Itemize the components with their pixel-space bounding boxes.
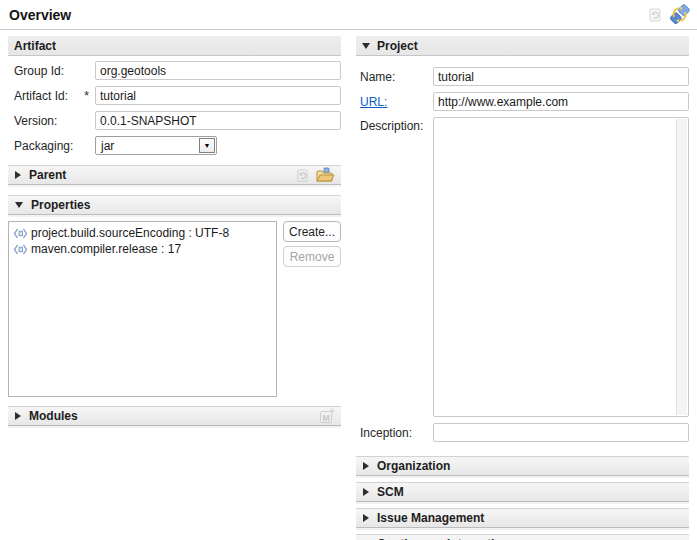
version-label: Version: — [8, 114, 82, 128]
editor-titlebar: Overview — [0, 0, 697, 30]
artifact-section-title: Artifact — [14, 39, 56, 53]
packaging-label: Packaging: — [8, 139, 82, 153]
inception-label: Inception: — [356, 426, 433, 440]
organization-section-title: Organization — [377, 459, 450, 473]
artifact-id-input[interactable] — [95, 86, 341, 105]
right-column: Project Name: URL: Description: Inceptio… — [356, 36, 689, 540]
section-project-header[interactable]: Project — [356, 36, 689, 56]
description-textarea[interactable] — [433, 117, 689, 417]
twistie-expanded-icon — [362, 43, 370, 49]
title-toolbar — [647, 3, 691, 26]
section-scm-header[interactable]: SCM — [356, 482, 689, 502]
packaging-combo[interactable]: jar ▼ — [95, 136, 217, 155]
open-parent-folder-icon[interactable] — [316, 167, 335, 183]
twistie-expanded-icon — [15, 202, 23, 208]
parent-section-title: Parent — [29, 168, 66, 182]
name-row: Name: — [356, 67, 689, 86]
group-id-label: Group Id: — [8, 64, 82, 78]
twistie-collapsed-icon — [363, 462, 369, 470]
page-title: Overview — [9, 7, 71, 23]
refresh-icon[interactable] — [668, 3, 691, 26]
required-marker: * — [82, 88, 95, 103]
remove-button[interactable]: Remove — [283, 246, 341, 267]
twistie-collapsed-icon — [363, 514, 369, 522]
section-modules-header[interactable]: Modules M — [8, 406, 341, 426]
group-id-row: Group Id: — [8, 61, 341, 80]
property-icon — [13, 244, 28, 255]
version-row: Version: — [8, 111, 341, 130]
properties-content: project.build.sourceEncoding : UTF-8 mav… — [8, 221, 341, 397]
section-organization-header[interactable]: Organization — [356, 456, 689, 476]
description-label: Description: — [356, 117, 433, 133]
modules-section-title: Modules — [29, 409, 78, 423]
twistie-collapsed-icon — [15, 171, 21, 179]
inception-input[interactable] — [433, 423, 689, 442]
property-list-item[interactable]: maven.compiler.release : 17 — [9, 241, 276, 257]
inception-row: Inception: — [356, 423, 689, 442]
property-text: project.build.sourceEncoding : UTF-8 — [31, 226, 229, 240]
project-section-title: Project — [377, 39, 418, 53]
section-properties-header[interactable]: Properties — [8, 195, 341, 215]
url-input[interactable] — [433, 92, 689, 111]
vertical-scrollbar[interactable] — [676, 119, 687, 415]
url-row: URL: — [356, 92, 689, 111]
property-icon — [13, 228, 28, 239]
property-text: maven.compiler.release : 17 — [31, 242, 181, 256]
update-parent-icon — [295, 168, 310, 183]
overview-form: Artifact Group Id: Artifact Id: * Versio… — [0, 30, 697, 540]
scm-section-title: SCM — [377, 485, 404, 499]
group-id-input[interactable] — [95, 61, 341, 80]
properties-buttons: Create... Remove — [283, 221, 341, 397]
name-input[interactable] — [433, 67, 689, 86]
twistie-collapsed-icon — [363, 488, 369, 496]
create-button[interactable]: Create... — [283, 221, 341, 242]
url-link[interactable]: URL: — [360, 95, 387, 109]
packaging-row: Packaging: jar ▼ — [8, 136, 341, 155]
left-column: Artifact Group Id: Artifact Id: * Versio… — [8, 36, 341, 540]
section-issue-management-header[interactable]: Issue Management — [356, 508, 689, 528]
artifact-id-row: Artifact Id: * — [8, 86, 341, 105]
section-parent-header[interactable]: Parent — [8, 165, 341, 185]
version-input[interactable] — [95, 111, 341, 130]
property-list-item[interactable]: project.build.sourceEncoding : UTF-8 — [9, 225, 276, 241]
section-continuous-integration-header[interactable]: Continuous Integration — [356, 534, 689, 540]
name-label: Name: — [356, 70, 433, 84]
artifact-id-label: Artifact Id: — [8, 89, 82, 103]
update-pom-icon — [647, 7, 663, 23]
section-artifact-header: Artifact — [8, 36, 341, 56]
twistie-collapsed-icon — [15, 412, 21, 420]
description-row: Description: — [356, 117, 689, 417]
properties-list[interactable]: project.build.sourceEncoding : UTF-8 mav… — [8, 221, 277, 397]
issue-management-section-title: Issue Management — [377, 511, 484, 525]
new-module-icon: M — [319, 408, 335, 424]
properties-section-title: Properties — [31, 198, 90, 212]
packaging-value: jar — [101, 139, 114, 153]
svg-text:M: M — [322, 413, 330, 423]
chevron-down-icon[interactable]: ▼ — [199, 138, 215, 153]
